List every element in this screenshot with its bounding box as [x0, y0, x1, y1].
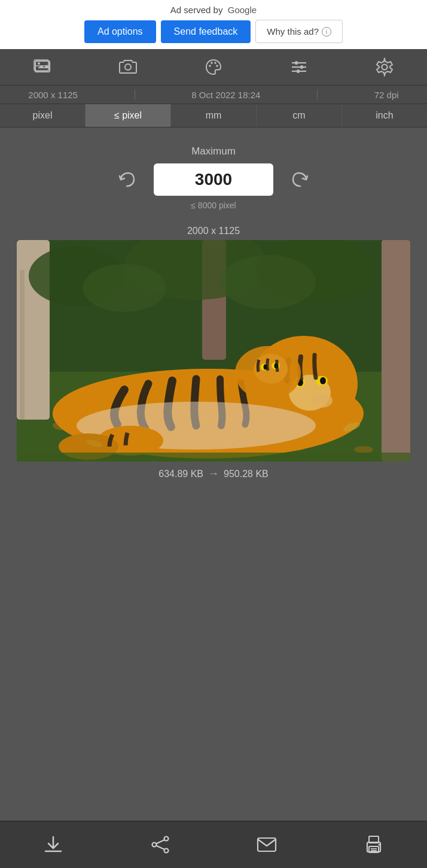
file-size-row: 634.89 KB → 950.28 KB [158, 468, 268, 480]
svg-point-6 [209, 65, 211, 67]
main-content: Maximum 3000 ≤ 8000 pixel 2000 x 1125 [0, 128, 427, 821]
share-icon[interactable] [142, 830, 178, 860]
palette-icon[interactable] [199, 54, 228, 80]
unit-tabs: pixel ≤ pixel mm cm inch [0, 104, 427, 128]
sliders-icon[interactable] [284, 54, 314, 80]
print-icon[interactable] [356, 830, 392, 860]
mail-icon[interactable] [249, 830, 285, 860]
svg-rect-25 [20, 270, 25, 420]
svg-point-16 [382, 65, 387, 70]
camera-icon[interactable] [113, 54, 143, 80]
file-size-from: 634.89 KB [158, 469, 203, 479]
svg-rect-50 [17, 453, 410, 462]
ad-options-button[interactable]: Ad options [84, 20, 156, 43]
svg-point-5 [125, 64, 131, 70]
svg-point-7 [211, 62, 213, 64]
svg-rect-58 [258, 838, 276, 851]
why-this-ad-button[interactable]: Why this ad? i [255, 20, 343, 43]
tab-cm[interactable]: cm [257, 104, 342, 127]
max-value-box[interactable]: 3000 [154, 163, 273, 196]
info-divider-1 [135, 89, 135, 100]
svg-point-53 [164, 837, 168, 841]
svg-point-22 [354, 446, 373, 453]
image-section: 2000 x 1125 [0, 226, 427, 480]
svg-rect-13 [295, 61, 298, 65]
google-text: Google [228, 5, 257, 15]
svg-marker-4 [38, 65, 50, 68]
svg-rect-15 [297, 69, 300, 73]
redo-button[interactable] [285, 165, 315, 195]
svg-rect-14 [300, 65, 303, 69]
svg-point-9 [216, 65, 218, 67]
tab-pixel[interactable]: pixel [0, 104, 86, 127]
download-icon[interactable] [35, 830, 71, 860]
svg-point-64 [378, 844, 380, 846]
svg-point-8 [214, 62, 216, 64]
ad-served-text: Ad served by Google [170, 5, 257, 15]
image-dpi-info: 72 dpi [374, 90, 399, 100]
image-dimensions-info: 2000 x 1125 [28, 90, 78, 100]
undo-button[interactable] [112, 165, 142, 195]
svg-point-31 [83, 264, 166, 312]
send-feedback-button[interactable]: Send feedback [161, 20, 251, 43]
tab-mm[interactable]: mm [171, 104, 257, 127]
info-icon: i [322, 27, 331, 37]
tiger-image-container [17, 240, 410, 462]
svg-point-54 [152, 843, 156, 847]
file-size-to: 950.28 KB [224, 469, 269, 479]
svg-point-32 [220, 255, 316, 309]
tiger-image [17, 240, 410, 462]
svg-point-55 [164, 849, 168, 853]
svg-rect-26 [382, 240, 410, 462]
maximum-row: 3000 [0, 163, 427, 196]
info-row: 2000 x 1125 8 Oct 2022 18:24 72 dpi [0, 86, 427, 104]
maximum-section: Maximum 3000 ≤ 8000 pixel [0, 139, 427, 220]
svg-point-40 [320, 377, 326, 384]
arrow-icon: → [208, 468, 219, 480]
svg-line-56 [156, 840, 164, 844]
max-value: 3000 [195, 170, 232, 189]
settings-icon[interactable] [370, 54, 399, 80]
info-divider-2 [317, 89, 318, 100]
main-toolbar [0, 49, 427, 86]
tab-le-pixel[interactable]: ≤ pixel [86, 104, 171, 127]
image-stack-icon[interactable] [28, 54, 57, 80]
svg-line-57 [156, 846, 164, 850]
bottom-toolbar [0, 821, 427, 868]
image-dimensions-label: 2000 x 1125 [187, 226, 240, 236]
maximum-label: Maximum [191, 145, 236, 157]
svg-point-36 [311, 393, 333, 408]
svg-point-3 [38, 62, 40, 65]
tab-inch[interactable]: inch [342, 104, 427, 127]
max-hint: ≤ 8000 pixel [191, 201, 236, 210]
image-date-info: 8 Oct 2022 18:24 [191, 90, 260, 100]
ad-bar: Ad served by Google Ad options Send feed… [0, 0, 427, 49]
ad-buttons-row: Ad options Send feedback Why this ad? i [84, 20, 343, 43]
